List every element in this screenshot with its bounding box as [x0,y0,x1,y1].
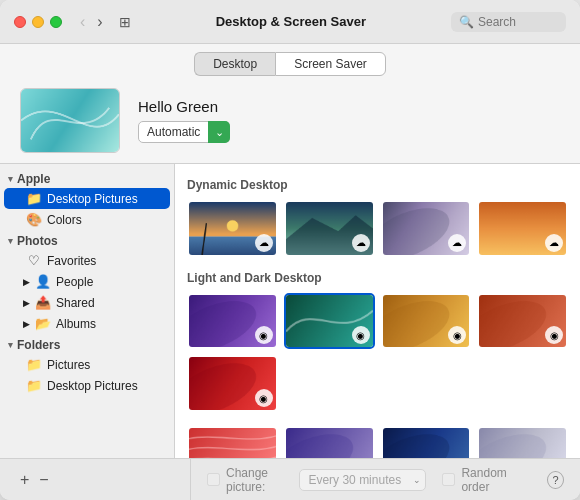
wallpaper-item[interactable]: ◉ [381,293,472,350]
sidebar: ▾ Apple 📁 Desktop Pictures 🎨 Colors ▾ Ph… [0,164,175,458]
sidebar-bottom-area: + − [16,459,191,500]
dropdown-wrap[interactable]: Automatic Light Dark ⌄ [138,121,230,143]
chevron-icon: ▾ [8,340,13,350]
change-picture-dropdown-wrap[interactable]: Every 30 minutes ⌄ [299,469,426,491]
sidebar-item-shared[interactable]: ▶ 📤 Shared [4,292,170,313]
search-input[interactable] [478,15,558,29]
wallpaper-item[interactable]: ☁ [381,200,472,257]
folders-group-header[interactable]: ▾ Folders [0,336,174,354]
download-badge: ☁ [352,234,370,252]
row3-wallpaper-grid: ◉ ◉ ◉ ◉ [187,426,568,458]
right-panel: Dynamic Desktop ☁ ☁ ☁ [175,164,580,458]
help-button[interactable]: ? [547,471,564,489]
sidebar-item-desktop-pics2[interactable]: 📁 Desktop Pictures [4,375,170,396]
sidebar-item-shared-label: Shared [56,296,95,310]
photos-group-header[interactable]: ▾ Photos [0,232,174,250]
wallpaper-item[interactable]: ◉ [477,293,568,350]
change-picture-label: Change picture: [226,466,293,494]
sidebar-item-pictures-label: Pictures [47,358,90,372]
sidebar-item-colors[interactable]: 🎨 Colors [4,209,170,230]
photos-group-label: Photos [17,234,58,248]
sidebar-item-favorites-label: Favorites [47,254,96,268]
wallpaper-item[interactable]: ◉ [477,426,568,458]
folders-group-label: Folders [17,338,60,352]
sidebar-item-desktop-pictures[interactable]: 📁 Desktop Pictures [4,188,170,209]
download-badge: ☁ [545,234,563,252]
window-title: Desktop & Screen Saver [131,14,451,29]
random-order-option: Random order [442,466,531,494]
close-button[interactable] [14,16,26,28]
wallpaper-item[interactable]: ◉ [187,426,278,458]
sidebar-item-colors-label: Colors [47,213,82,227]
preview-thumbnail [20,88,120,153]
person-icon: 👤 [35,274,51,289]
sidebar-item-favorites[interactable]: ♡ Favorites [4,250,170,271]
titlebar: ‹ › ⊞ Desktop & Screen Saver 🔍 [0,0,580,44]
tab-screensaver[interactable]: Screen Saver [275,52,386,76]
change-picture-option: Change picture: Every 30 minutes ⌄ [207,466,426,494]
wallpaper-item[interactable]: ☁ [477,200,568,257]
heart-icon: ♡ [26,253,42,268]
sidebar-item-albums[interactable]: ▶ 📂 Albums [4,313,170,334]
wallpaper-item[interactable]: ☁ [284,200,375,257]
shared-chevron-icon: ▶ [22,298,30,308]
download-badge: ☁ [255,234,273,252]
mode-badge: ◉ [352,326,370,344]
colors-icon: 🎨 [26,212,42,227]
back-button[interactable]: ‹ [76,12,89,32]
minimize-button[interactable] [32,16,44,28]
wallpaper-item[interactable]: ◉ [381,426,472,458]
wallpaper-item[interactable]: ☁ [187,200,278,257]
light-dark-wallpaper-grid: ◉ ◉ ◉ ◉ ◉ [187,293,568,412]
sidebar-item-people-label: People [56,275,93,289]
preview-info: Hello Green Automatic Light Dark ⌄ [138,98,230,143]
chevron-icon: ▾ [8,236,13,246]
folder-desktop-icon: 📁 [26,378,42,393]
albums-icon: 📂 [35,316,51,331]
preview-dropdown: Automatic Light Dark ⌄ [138,121,230,143]
automatic-select[interactable]: Automatic Light Dark [138,121,230,143]
wallpaper-item[interactable]: ◉ [284,426,375,458]
apple-group-label: Apple [17,172,50,186]
change-picture-checkbox[interactable] [207,473,220,486]
photos-section: ▾ Photos ♡ Favorites ▶ 👤 People ▶ 📤 Shar… [0,232,174,334]
random-order-checkbox[interactable] [442,473,455,486]
random-order-label: Random order [461,466,531,494]
forward-button[interactable]: › [93,12,106,32]
maximize-button[interactable] [50,16,62,28]
wallpaper-name: Hello Green [138,98,230,115]
main-content: ▾ Apple 📁 Desktop Pictures 🎨 Colors ▾ Ph… [0,163,580,458]
change-picture-select[interactable]: Every 30 minutes [299,469,426,491]
remove-button[interactable]: − [35,472,52,488]
chevron-icon: ▾ [8,174,13,184]
wallpaper-item[interactable]: ◉ [187,293,278,350]
apple-group-header[interactable]: ▾ Apple [0,170,174,188]
folders-section: ▾ Folders 📁 Pictures 📁 Desktop Pictures [0,336,174,396]
tabs-row: Desktop Screen Saver [0,44,580,82]
download-badge: ☁ [448,234,466,252]
light-dark-section-label: Light and Dark Desktop [187,271,568,285]
window: ‹ › ⊞ Desktop & Screen Saver 🔍 Desktop S… [0,0,580,500]
tab-desktop[interactable]: Desktop [194,52,275,76]
mode-badge: ◉ [255,389,273,407]
dynamic-section-label: Dynamic Desktop [187,178,568,192]
bottom-bar: + − Change picture: Every 30 minutes ⌄ R… [0,458,580,500]
sidebar-item-desktop-pics-label: Desktop Pictures [47,379,138,393]
wallpaper-item[interactable]: ◉ [187,355,278,412]
albums-chevron-icon: ▶ [22,319,30,329]
folder-pictures-icon: 📁 [26,357,42,372]
share-icon: 📤 [35,295,51,310]
grid-icon: ⊞ [119,14,131,30]
apple-section: ▾ Apple 📁 Desktop Pictures 🎨 Colors [0,170,174,230]
search-bar[interactable]: 🔍 [451,12,566,32]
nav-arrows: ‹ › [76,12,107,32]
folder-icon: 📁 [26,191,42,206]
add-button[interactable]: + [16,472,33,488]
sidebar-item-pictures[interactable]: 📁 Pictures [4,354,170,375]
dynamic-wallpaper-grid: ☁ ☁ ☁ ☁ [187,200,568,257]
sidebar-item-people[interactable]: ▶ 👤 People [4,271,170,292]
sidebar-item-desktop-pictures-label: Desktop Pictures [47,192,138,206]
wallpaper-item-selected[interactable]: ◉ [284,293,375,350]
sidebar-item-albums-label: Albums [56,317,96,331]
search-icon: 🔍 [459,15,474,29]
